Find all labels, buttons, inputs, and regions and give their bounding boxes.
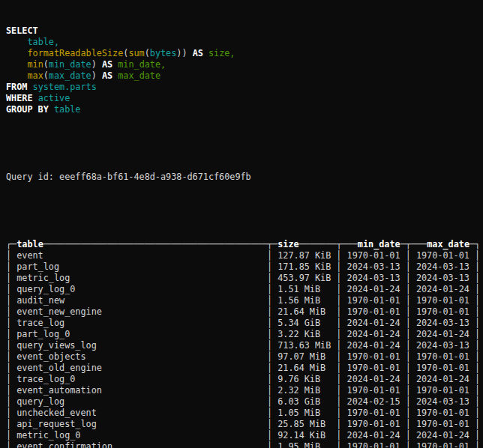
query-line: min(min_date) AS min_date, (6, 59, 483, 70)
table-row: │ event_objects │ 97.07 MiB │ 1970-01-01… (6, 351, 483, 363)
blank-line (6, 205, 483, 217)
table-header-row: ┌─table─────────────────────────────────… (6, 239, 483, 250)
table-row: │ query_log_0 │ 1.51 MiB │ 2024-01-24 │ … (6, 284, 483, 295)
table-row: │ trace_log_0 │ 9.76 KiB │ 2024-01-24 │ … (6, 374, 483, 385)
table-row: │ trace_log │ 5.34 GiB │ 2024-01-24 │ 20… (6, 318, 483, 329)
query-line: WHERE active (6, 93, 483, 104)
query-line: table, (6, 37, 483, 48)
terminal-window[interactable]: SELECT table, formatReadableSize(sum(byt… (0, 0, 483, 448)
table-row: │ metric_log_0 │ 92.14 KiB │ 2024-01-24 … (6, 430, 483, 441)
table-row: │ event │ 127.87 KiB │ 1970-01-01 │ 1970… (6, 250, 483, 261)
blank-line (6, 138, 483, 149)
table-row: │ event_automation │ 2.32 MiB │ 1970-01-… (6, 385, 483, 396)
table-row: │ event_old_engine │ 21.64 MiB │ 1970-01… (6, 363, 483, 374)
query-line: max(max_date) AS max_date (6, 70, 483, 82)
query-line: formatReadableSize(sum(bytes)) AS size, (6, 48, 483, 59)
table-row: │ api_request_log │ 25.85 MiB │ 1970-01-… (6, 419, 483, 430)
table-row: │ audit_new │ 1.56 MiB │ 1970-01-01 │ 19… (6, 295, 483, 306)
table-row: │ part_log │ 171.85 KiB │ 2024-03-13 │ 2… (6, 261, 483, 273)
table-row: │ event_confirmation │ 1.95 MiB │ 1970-0… (6, 441, 483, 448)
result-table: ┌─table─────────────────────────────────… (6, 239, 483, 448)
table-row: │ metric_log │ 453.97 KiB │ 2024-03-13 │… (6, 273, 483, 284)
query-line: SELECT (6, 25, 483, 37)
query-line: FROM system.parts (6, 82, 483, 93)
table-row: │ query_views_log │ 713.63 MiB │ 2024-01… (6, 340, 483, 351)
table-row: │ unchecked_event │ 1.05 MiB │ 1970-01-0… (6, 408, 483, 419)
query-line: GROUP BY table (6, 104, 483, 115)
table-row: │ event_new_engine │ 21.64 MiB │ 1970-01… (6, 306, 483, 318)
table-row: │ part_log_0 │ 3.22 KiB │ 2024-01-24 │ 2… (6, 329, 483, 340)
table-row: │ query_log │ 6.03 GiB │ 2024-02-15 │ 20… (6, 396, 483, 408)
sql-query: SELECT table, formatReadableSize(sum(byt… (6, 25, 483, 115)
query-id-line: Query id: eeeff68a-bf61-4e8d-a938-d671cf… (6, 172, 483, 183)
